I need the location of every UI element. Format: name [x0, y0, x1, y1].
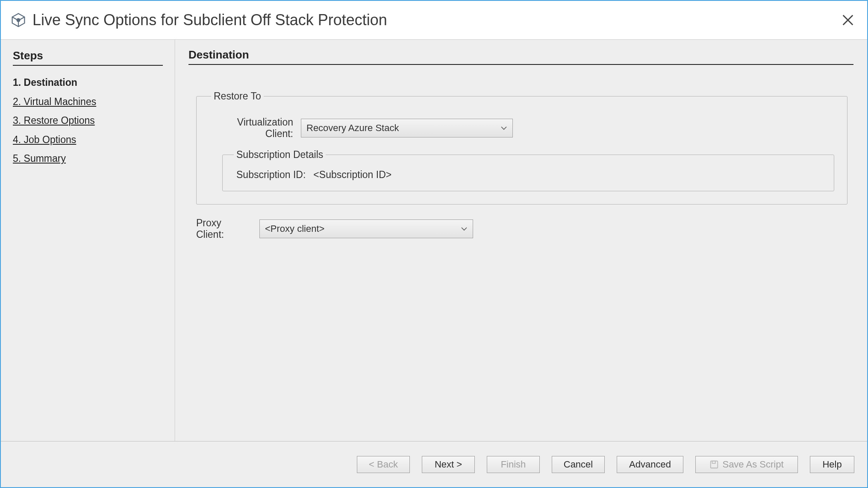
window-title: Live Sync Options for Subclient Off Stac… [32, 11, 387, 29]
next-button[interactable]: Next > [422, 456, 475, 473]
subscription-id-value: <Subscription ID> [313, 169, 391, 181]
close-button[interactable] [837, 9, 859, 31]
finish-button[interactable]: Finish [487, 456, 540, 473]
body-area: Steps 1. Destination 2. Virtual Machines… [1, 39, 867, 441]
help-button[interactable]: Help [810, 456, 854, 473]
subscription-id-row: Subscription ID: <Subscription ID> [232, 169, 824, 181]
chevron-down-icon [500, 124, 508, 132]
title-left: Live Sync Options for Subclient Off Stac… [10, 11, 387, 29]
virtualization-client-label: Virtualization Client: [209, 117, 293, 140]
svg-point-2 [17, 18, 21, 22]
svg-rect-5 [711, 461, 718, 468]
step-virtual-machines[interactable]: 2. Virtual Machines [13, 94, 96, 109]
steps-sidebar: Steps 1. Destination 2. Virtual Machines… [1, 40, 175, 441]
main-heading: Destination [188, 48, 853, 65]
subscription-details-legend: Subscription Details [234, 149, 326, 161]
step-destination[interactable]: 1. Destination [13, 75, 163, 90]
restore-to-group: Restore To Virtualization Client: Recove… [196, 91, 847, 205]
step-restore-options[interactable]: 3. Restore Options [13, 113, 95, 128]
subscription-details-group: Subscription Details Subscription ID: <S… [222, 149, 834, 191]
steps-heading: Steps [13, 49, 163, 66]
step-summary[interactable]: 5. Summary [13, 151, 66, 166]
title-bar: Live Sync Options for Subclient Off Stac… [1, 1, 867, 39]
virtualization-client-row: Virtualization Client: Recovery Azure St… [209, 117, 834, 140]
save-as-script-button[interactable]: Save As Script [695, 456, 798, 473]
proxy-client-label: Proxy Client: [196, 217, 252, 240]
virtualization-client-value: Recovery Azure Stack [306, 123, 399, 134]
cancel-button[interactable]: Cancel [552, 456, 605, 473]
save-icon [709, 460, 719, 469]
advanced-button[interactable]: Advanced [617, 456, 683, 473]
step-job-options[interactable]: 4. Job Options [13, 132, 76, 147]
footer-buttons: < Back Next > Finish Cancel Advanced Sav… [1, 441, 867, 487]
svg-rect-6 [712, 461, 715, 463]
app-icon [10, 12, 26, 28]
chevron-down-icon [460, 225, 468, 233]
back-button[interactable]: < Back [357, 456, 410, 473]
proxy-client-row: Proxy Client: <Proxy client> [196, 217, 853, 240]
save-as-script-label: Save As Script [722, 459, 783, 470]
dialog-window: Live Sync Options for Subclient Off Stac… [0, 0, 868, 488]
restore-to-legend: Restore To [211, 91, 264, 102]
subscription-id-label: Subscription ID: [236, 169, 306, 181]
virtualization-client-select[interactable]: Recovery Azure Stack [301, 119, 513, 137]
proxy-client-select[interactable]: <Proxy client> [259, 219, 473, 238]
proxy-client-value: <Proxy client> [265, 223, 324, 234]
main-panel: Destination Restore To Virtualization Cl… [175, 40, 867, 441]
